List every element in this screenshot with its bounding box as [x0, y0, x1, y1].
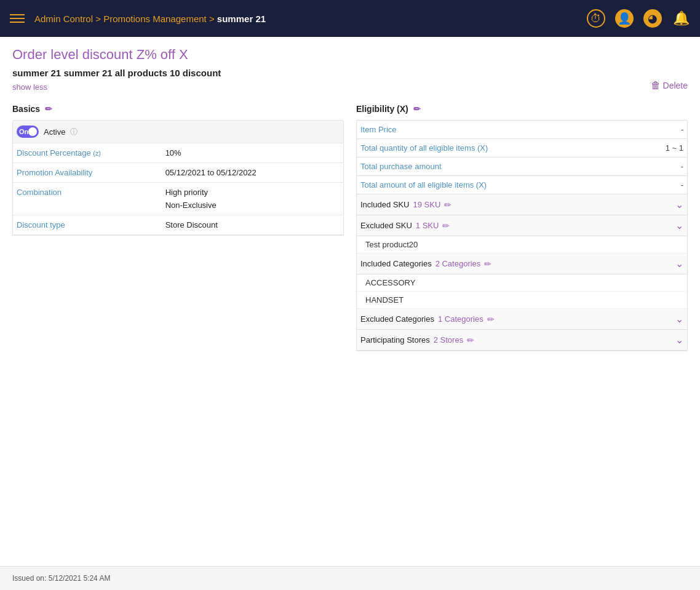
two-column-layout: Basics ✏ On Active ⓘ Discou: [12, 104, 688, 351]
excluded-cat-label: Excluded Categories: [360, 314, 434, 324]
eligibility-label: Eligibility (X): [356, 104, 408, 114]
included-sku-row[interactable]: Included SKU 19 SKU ✏ ⌄: [357, 194, 687, 215]
included-cat-label-group: Included Categories 2 Categories ✏: [360, 259, 491, 269]
eligibility-data-table: Item Price - Total quantity of all eligi…: [357, 121, 687, 194]
excluded-cat-count: 1 Categories: [438, 314, 483, 324]
table-row: Total amount of all eligible items (X) -: [357, 176, 687, 194]
page-subtitle: summer 21 summer 21 all products 10 disc…: [12, 68, 688, 78]
stores-label-group: Participating Stores 2 Stores ✏: [360, 335, 474, 345]
excluded-sku-item: Test product20: [357, 236, 687, 253]
participating-stores-row[interactable]: Participating Stores 2 Stores ✏ ⌄: [357, 330, 687, 351]
active-toggle-row: On Active ⓘ: [13, 121, 343, 143]
breadcrumb: Admin Control > Promotions Management > …: [34, 14, 266, 24]
stores-chevron-icon: ⌄: [675, 334, 683, 346]
stores-count: 2 Stores: [434, 335, 463, 345]
included-cat-count: 2 Categories: [436, 259, 481, 268]
hamburger-menu[interactable]: [10, 14, 25, 23]
page-title: Order level discount Z% off X: [12, 47, 688, 63]
excluded-sku-label-group: Excluded SKU 1 SKU ✏: [360, 221, 450, 231]
user-icon[interactable]: 👤: [615, 9, 634, 28]
included-cat-item-2: HANDSET: [357, 292, 687, 309]
included-cat-label: Included Categories: [360, 259, 432, 268]
included-categories-row[interactable]: Included Categories 2 Categories ✏ ⌄: [357, 253, 687, 274]
basics-section: Basics ✏ On Active ⓘ Discou: [12, 104, 344, 351]
included-cat-edit-icon[interactable]: ✏: [484, 259, 491, 269]
basics-edit-icon[interactable]: ✏: [45, 104, 52, 114]
value-total-purchase: -: [635, 157, 687, 176]
header-left: Admin Control > Promotions Management > …: [10, 14, 266, 24]
excluded-cat-edit-icon[interactable]: ✏: [487, 314, 495, 324]
table-row: Discount Percentage (z) 10%: [13, 143, 343, 163]
stores-label: Participating Stores: [360, 335, 430, 345]
basics-table-container: On Active ⓘ Discount Percentage (z) 10%: [12, 120, 344, 236]
excluded-cat-chevron-icon: ⌄: [675, 313, 683, 325]
label-combination: Combination: [13, 183, 162, 215]
table-row: Combination High priority Non-Exclusive: [13, 183, 343, 215]
excluded-sku-count: 1 SKU: [416, 221, 439, 230]
show-less-link[interactable]: show less: [12, 82, 47, 92]
value-total-qty: 1 ~ 1: [635, 139, 687, 157]
included-cat-item-1: ACCESSORY: [357, 274, 687, 292]
page-content: Order level discount Z% off X summer 21 …: [0, 37, 700, 361]
label-total-qty: Total quantity of all eligible items (X): [357, 139, 635, 157]
value-discount-type: Store Discount: [162, 215, 343, 235]
excluded-sku-edit-icon[interactable]: ✏: [442, 221, 450, 231]
table-row: Total purchase amount -: [357, 157, 687, 176]
value-discount-pct: 10%: [162, 143, 343, 163]
basics-label: Basics: [12, 104, 40, 114]
value-promo-avail: 05/12/2021 to 05/12/2022: [162, 163, 343, 183]
basics-header: Basics ✏: [12, 104, 344, 116]
eligibility-header: Eligibility (X) ✏: [356, 104, 688, 116]
combination-priority: High priority: [165, 188, 340, 197]
table-row: Item Price -: [357, 121, 687, 139]
table-row: Discount type Store Discount: [13, 215, 343, 235]
breadcrumb-promos[interactable]: Promotions Management: [103, 14, 207, 24]
included-sku-label: Included SKU: [360, 200, 410, 209]
active-label: Active: [44, 127, 65, 137]
excluded-sku-chevron-icon: ⌄: [675, 220, 683, 231]
value-total-amount: -: [635, 176, 687, 194]
label-discount-pct: Discount Percentage (z): [13, 143, 162, 163]
info-icon[interactable]: ⓘ: [70, 127, 78, 137]
toggle-on-text: On: [19, 128, 28, 135]
label-discount-type: Discount type: [13, 215, 162, 235]
included-sku-chevron-icon: ⌄: [675, 199, 683, 210]
basics-data-table: Discount Percentage (z) 10% Promotion Av…: [13, 143, 343, 235]
table-row: Total quantity of all eligible items (X)…: [357, 139, 687, 157]
value-item-price: -: [635, 121, 687, 139]
trash-icon: 🗑: [651, 80, 661, 91]
value-combination: High priority Non-Exclusive: [162, 183, 343, 215]
label-item-price: Item Price: [357, 121, 635, 139]
included-sku-label-group: Included SKU 19 SKU ✏: [360, 200, 451, 210]
eligibility-table-container: Item Price - Total quantity of all eligi…: [356, 120, 688, 351]
label-promo-avail: Promotion Availability: [13, 163, 162, 183]
stores-edit-icon[interactable]: ✏: [467, 335, 474, 345]
eligibility-edit-icon[interactable]: ✏: [413, 104, 421, 114]
breadcrumb-sep2: >: [209, 14, 217, 24]
included-cat-chevron-icon: ⌄: [675, 258, 683, 269]
header-icons: ⏱ 👤 ◕ 🔔: [587, 9, 690, 28]
breadcrumb-current: summer 21: [217, 14, 266, 24]
excluded-cat-label-group: Excluded Categories 1 Categories ✏: [360, 314, 495, 324]
excluded-sku-row[interactable]: Excluded SKU 1 SKU ✏ ⌄: [357, 215, 687, 236]
delete-label: Delete: [663, 81, 688, 90]
excluded-categories-row[interactable]: Excluded Categories 1 Categories ✏ ⌄: [357, 309, 687, 330]
header: Admin Control > Promotions Management > …: [0, 0, 700, 37]
breadcrumb-admin[interactable]: Admin Control: [34, 14, 93, 24]
label-total-amount: Total amount of all eligible items (X): [357, 176, 635, 194]
excluded-sku-label: Excluded SKU: [360, 221, 412, 230]
active-toggle[interactable]: On: [17, 126, 39, 138]
label-total-purchase: Total purchase amount: [357, 157, 635, 176]
eligibility-section: Eligibility (X) ✏ Item Price - Total qua…: [356, 104, 688, 351]
table-row: Promotion Availability 05/12/2021 to 05/…: [13, 163, 343, 183]
included-sku-count: 19 SKU: [413, 200, 441, 209]
chart-icon[interactable]: ◕: [643, 9, 662, 28]
delete-button[interactable]: 🗑 Delete: [651, 80, 688, 91]
bell-icon[interactable]: 🔔: [672, 9, 690, 28]
included-sku-edit-icon[interactable]: ✏: [444, 200, 451, 210]
breadcrumb-sep1: >: [95, 14, 101, 24]
combination-exclusive: Non-Exclusive: [165, 201, 340, 210]
clock-icon[interactable]: ⏱: [587, 9, 605, 28]
toggle-knob: [28, 127, 37, 136]
